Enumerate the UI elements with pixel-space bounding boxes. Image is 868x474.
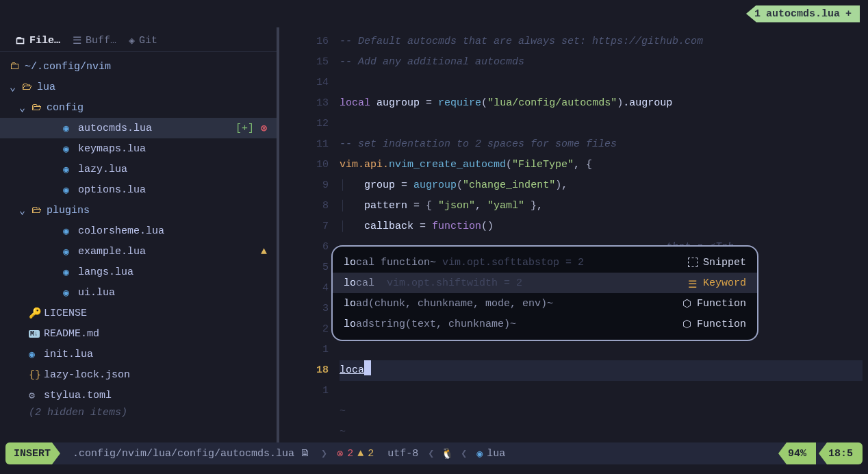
- line-number: 4: [279, 278, 334, 299]
- function-icon: ⬡: [682, 297, 691, 310]
- mode-indicator: INSERT: [5, 442, 60, 464]
- tree-file-init[interactable]: ◉ init.lua: [0, 344, 277, 364]
- tree-label: langs.lua: [78, 266, 133, 278]
- tree-label: lazy-lock.json: [44, 369, 130, 381]
- code-line: local augroup = require("lua/config/auto…: [340, 93, 863, 114]
- line-number: 16: [279, 32, 334, 52]
- lua-icon: ◉: [476, 447, 483, 460]
- tree-file-example[interactable]: ◉ example.lua ▲: [0, 241, 277, 262]
- error-count: 2: [347, 448, 353, 460]
- empty-line-tilde: ~: [340, 422, 863, 442]
- tree-label: README.md: [44, 328, 99, 340]
- line-number: 9: [279, 175, 334, 196]
- error-badge: ⊗: [261, 122, 267, 135]
- line-number: 1: [279, 381, 334, 401]
- line-number: 14: [279, 73, 334, 93]
- keyword-icon: ☰: [688, 278, 698, 288]
- line-number: 12: [279, 114, 334, 134]
- completion-item[interactable]: load(chunk, chunkname, mode, env)~ ⬡Func…: [333, 293, 757, 314]
- tree-label: ui.lua: [78, 287, 115, 299]
- tab-buffers[interactable]: ☰ Buff…: [73, 34, 116, 47]
- os-icon: 🐧: [437, 447, 458, 460]
- line-number: 6: [279, 237, 334, 258]
- tree-file-lazy[interactable]: ◉ lazy.lua: [0, 159, 277, 179]
- tree-file-lazylock[interactable]: {} lazy-lock.json: [0, 364, 277, 385]
- tree-label: config: [47, 102, 84, 114]
- tab-files[interactable]: 🗀 File…: [15, 35, 60, 47]
- lua-icon: ◉: [29, 348, 44, 361]
- chevron-down-icon: ⌄: [19, 101, 31, 114]
- code-line: │ pattern = { "json", "yaml" },: [340, 196, 863, 216]
- filetype-label: lua: [487, 448, 505, 460]
- line-number: 3: [279, 299, 334, 319]
- lua-icon: ◉: [63, 184, 78, 197]
- separator: ❮: [425, 447, 437, 460]
- line-number: 5: [279, 258, 334, 278]
- tree-root[interactable]: 🗀 ~/.config/nvim: [0, 56, 277, 77]
- line-number: 15: [279, 52, 334, 73]
- tree-dir-plugins[interactable]: ⌄ 🗁 plugins: [0, 200, 277, 221]
- tree-label: colorsheme.lua: [78, 225, 164, 237]
- function-icon: ⬡: [682, 318, 691, 331]
- completion-item-selected[interactable]: local vim.opt.shiftwidth = 2 ☰Keyword: [333, 273, 757, 293]
- line-number: 1: [279, 340, 334, 360]
- tree-label: options.lua: [78, 184, 146, 196]
- tree-file-readme[interactable]: M↓ README.md: [0, 323, 277, 344]
- line-number: 7: [279, 216, 334, 237]
- sidebar-tabs: 🗀 File… ☰ Buff… ◈ Git: [0, 30, 277, 52]
- line-number: 10: [279, 155, 334, 175]
- tree-label: init.lua: [44, 349, 93, 360]
- buffer-index: 1: [754, 8, 761, 20]
- tree-file-langs[interactable]: ◉ langs.lua: [0, 262, 277, 282]
- tree-dir-config[interactable]: ⌄ 🗁 config: [0, 97, 277, 118]
- tree-label: autocmds.lua: [78, 123, 152, 134]
- diagnostics[interactable]: ⊗ 2 ▲ 2: [330, 447, 381, 460]
- code-column[interactable]: -- Default autocmds that are always set:…: [340, 32, 863, 442]
- line-number: 13: [279, 93, 334, 114]
- code-line-current: loca: [340, 360, 863, 381]
- filetype: ◉ lua: [470, 447, 512, 460]
- statusline: INSERT .config/nvim/lua/config/autocmds.…: [5, 442, 863, 464]
- tree-label: LICENSE: [44, 308, 87, 319]
- completion-item[interactable]: loadstring(text, chunkname)~ ⬡Function: [333, 314, 757, 334]
- file-path: .config/nvim/lua/config/autocmds.lua 🗎: [60, 447, 318, 460]
- warning-icon: ▲: [357, 448, 363, 460]
- line-number: 2: [279, 319, 334, 340]
- buffer-tab[interactable]: 1 autocmds.lua +: [746, 5, 860, 23]
- list-icon: ☰: [73, 34, 81, 47]
- cursor-position: 18:5: [819, 442, 863, 464]
- tree-file-ui[interactable]: ◉ ui.lua: [0, 282, 277, 303]
- separator: ❮: [458, 447, 470, 460]
- line-number: 8: [279, 196, 334, 216]
- tree-label: lua: [37, 82, 55, 93]
- folder-open-icon: 🗁: [31, 101, 47, 114]
- tree-file-license[interactable]: 🔑 LICENSE: [0, 303, 277, 323]
- tree-file-autocmds[interactable]: ◉ autocmds.lua [+] ⊗: [0, 118, 277, 138]
- completion-kind-snippet: Snippet: [657, 257, 746, 269]
- bufferline: 1 autocmds.lua +: [0, 0, 868, 27]
- tree-file-keymaps[interactable]: ◉ keymaps.lua: [0, 138, 277, 159]
- tree-label: lazy.lua: [78, 164, 127, 175]
- snippet-icon: [688, 258, 698, 267]
- editor-pane[interactable]: 16 15 14 13 12 11 10 9 8 7 6 5 4 3 2 1 1…: [279, 27, 868, 452]
- tree-file-stylua[interactable]: ⚙ stylua.toml: [0, 385, 277, 406]
- lua-icon: ◉: [63, 225, 78, 238]
- tree-label: plugins: [47, 205, 90, 216]
- completion-kind-function: ⬡Function: [657, 318, 746, 331]
- file-path-text: .config/nvim/lua/config/autocmds.lua: [73, 448, 294, 460]
- tab-git-label: Git: [139, 35, 157, 47]
- code-line: [340, 73, 863, 93]
- tree-dir-lua[interactable]: ⌄ 🗁 lua: [0, 77, 277, 97]
- tree-file-colorsheme[interactable]: ◉ colorsheme.lua: [0, 221, 277, 241]
- chevron-down-icon: ⌄: [10, 81, 22, 94]
- line-number: 11: [279, 134, 334, 155]
- warning-count: 2: [368, 448, 374, 460]
- completion-popup[interactable]: local function~ vim.opt.softtabstop = 2 …: [331, 245, 758, 341]
- completion-item[interactable]: local function~ vim.opt.softtabstop = 2 …: [333, 252, 757, 273]
- chevron-down-icon: ⌄: [19, 204, 31, 217]
- tree-label: keymaps.lua: [78, 143, 146, 155]
- tab-git[interactable]: ◈ Git: [129, 34, 157, 47]
- tree-file-options[interactable]: ◉ options.lua: [0, 179, 277, 200]
- folder-icon: 🗀: [10, 60, 25, 73]
- empty-line-tilde: ~: [340, 401, 863, 422]
